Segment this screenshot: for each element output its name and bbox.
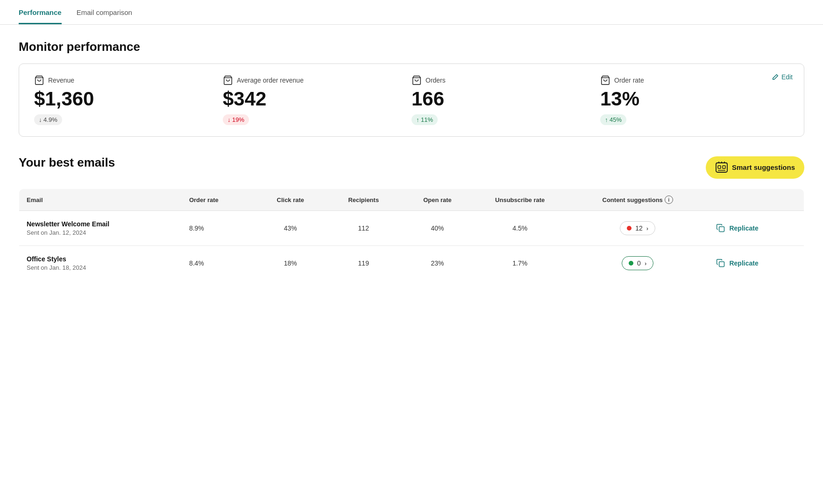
order-rate-value: 13% <box>600 88 780 110</box>
order-rate-badge: ↑ 45% <box>600 114 626 125</box>
unsubscribe-rate-cell-2: 1.7% <box>473 246 566 281</box>
tab-bar: Performance Email comparison <box>0 0 823 25</box>
emails-table: Email Order rate Click rate Recipients O… <box>19 189 804 281</box>
th-order-rate: Order rate <box>182 189 255 211</box>
email-sent-2: Sent on Jan. 18, 2024 <box>27 264 174 271</box>
monitor-performance-title: Monitor performance <box>19 40 804 54</box>
th-email: Email <box>19 189 182 211</box>
avg-order-badge: ↓ 19% <box>223 114 249 125</box>
svg-rect-6 <box>723 166 725 168</box>
table-header-row: Email Order rate Click rate Recipients O… <box>19 189 804 211</box>
metric-revenue: Revenue $1,360 ↓ 4.9% <box>34 75 223 125</box>
edit-label: Edit <box>781 73 793 81</box>
unsubscribe-rate-cell-1: 4.5% <box>473 211 566 246</box>
order-rate-cell-1: 8.9% <box>182 211 255 246</box>
email-sent-1: Sent on Jan. 12, 2024 <box>27 229 174 236</box>
suggestions-cell-1: 12 › <box>567 211 709 246</box>
cart-icon-order-rate <box>600 75 610 85</box>
replicate-button-2[interactable]: Replicate <box>716 259 758 268</box>
click-rate-cell-1: 43% <box>255 211 326 246</box>
metric-orders: Orders 166 ↑ 11% <box>412 75 600 125</box>
smart-suggestions-button[interactable]: Smart suggestions <box>706 156 804 179</box>
table-row: Office Styles Sent on Jan. 18, 2024 8.4%… <box>19 246 804 281</box>
svg-rect-8 <box>719 227 724 232</box>
replicate-cell-2: Replicate <box>709 246 804 281</box>
orders-label: Orders <box>426 77 446 84</box>
suggestions-badge-1[interactable]: 12 › <box>620 221 655 235</box>
best-emails-section: Your best emails Smart suggestions Email… <box>19 155 804 281</box>
recipients-cell-2: 119 <box>326 246 401 281</box>
main-content: Monitor performance Revenue $1,360 ↓ 4.9… <box>0 25 823 296</box>
click-rate-cell-2: 18% <box>255 246 326 281</box>
replicate-icon-1 <box>716 224 725 233</box>
th-content-suggestions: Content suggestions i <box>567 189 709 211</box>
best-emails-title: Your best emails <box>19 155 115 170</box>
replicate-label-1: Replicate <box>729 224 758 232</box>
tab-performance[interactable]: Performance <box>19 0 62 24</box>
best-emails-header: Your best emails Smart suggestions <box>19 155 804 179</box>
th-click-rate: Click rate <box>255 189 326 211</box>
suggestions-cell-2: 0 › <box>567 246 709 281</box>
replicate-button-1[interactable]: Replicate <box>716 224 758 233</box>
edit-icon <box>772 74 779 80</box>
th-recipients: Recipients <box>326 189 401 211</box>
orders-value: 166 <box>412 88 591 110</box>
cart-icon-avg-order <box>223 75 233 85</box>
cart-icon-revenue <box>34 75 44 85</box>
email-name-2: Office Styles <box>27 255 174 263</box>
monitor-performance-section: Monitor performance Revenue $1,360 ↓ 4.9… <box>19 40 804 137</box>
replicate-label-2: Replicate <box>729 259 758 267</box>
revenue-badge: ↓ 4.9% <box>34 114 62 125</box>
replicate-icon-2 <box>716 259 725 268</box>
table-row: Newsletter Welcome Email Sent on Jan. 12… <box>19 211 804 246</box>
suggestions-badge-2[interactable]: 0 › <box>622 256 653 270</box>
suggestions-chevron-2: › <box>645 260 646 267</box>
suggestions-count-2: 0 <box>637 259 641 267</box>
svg-rect-5 <box>718 166 721 168</box>
avg-order-label: Average order revenue <box>237 77 304 84</box>
cart-icon-orders <box>412 75 422 85</box>
open-rate-cell-2: 23% <box>401 246 473 281</box>
revenue-label: Revenue <box>48 77 74 84</box>
order-rate-label: Order rate <box>614 77 644 84</box>
suggestions-dot-green-2 <box>629 261 633 266</box>
suggestions-count-1: 12 <box>635 224 643 232</box>
email-name-1: Newsletter Welcome Email <box>27 220 174 228</box>
replicate-cell-1: Replicate <box>709 211 804 246</box>
revenue-value: $1,360 <box>34 88 213 110</box>
content-suggestions-info-icon[interactable]: i <box>665 196 673 204</box>
th-open-rate: Open rate <box>401 189 473 211</box>
order-rate-cell-2: 8.4% <box>182 246 255 281</box>
th-unsubscribe-rate: Unsubscribe rate <box>473 189 566 211</box>
recipients-cell-1: 112 <box>326 211 401 246</box>
metric-avg-order: Average order revenue $342 ↓ 19% <box>223 75 412 125</box>
orders-badge: ↑ 11% <box>412 114 438 125</box>
suggestions-chevron-1: › <box>646 225 648 232</box>
metrics-card: Revenue $1,360 ↓ 4.9% Average order reve… <box>19 63 804 137</box>
email-cell-1: Newsletter Welcome Email Sent on Jan. 12… <box>19 211 182 246</box>
table-header: Email Order rate Click rate Recipients O… <box>19 189 804 211</box>
open-rate-cell-1: 40% <box>401 211 473 246</box>
table-body: Newsletter Welcome Email Sent on Jan. 12… <box>19 211 804 281</box>
svg-rect-9 <box>719 262 724 267</box>
metric-order-rate: Order rate 13% ↑ 45% <box>600 75 789 125</box>
th-replicate <box>709 189 804 211</box>
avg-order-value: $342 <box>223 88 402 110</box>
smart-suggestions-icon <box>715 161 728 174</box>
edit-button[interactable]: Edit <box>772 73 793 81</box>
suggestions-dot-red-1 <box>627 226 631 231</box>
email-cell-2: Office Styles Sent on Jan. 18, 2024 <box>19 246 182 281</box>
tab-email-comparison[interactable]: Email comparison <box>77 0 132 24</box>
smart-suggestions-label: Smart suggestions <box>732 163 795 171</box>
